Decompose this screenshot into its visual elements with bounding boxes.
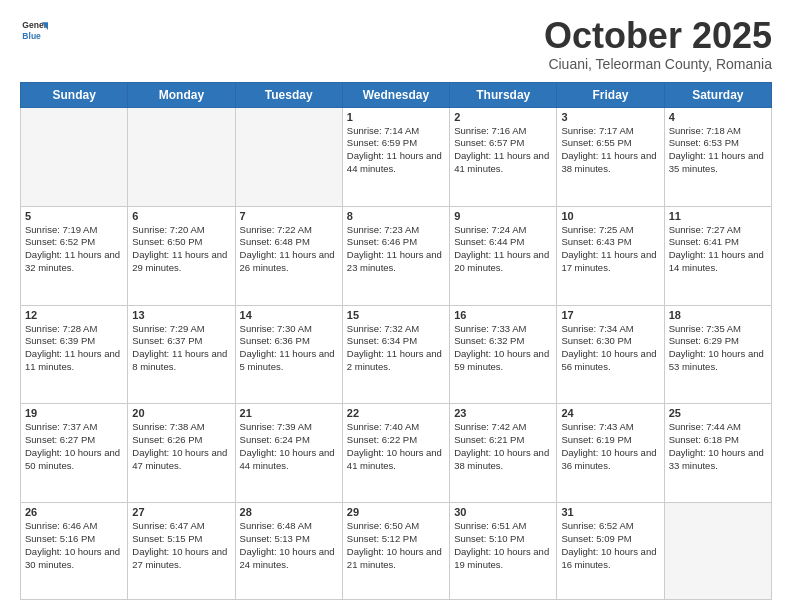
calendar-cell [128, 107, 235, 206]
day-number: 10 [561, 210, 659, 222]
day-header-sunday: Sunday [21, 82, 128, 107]
day-number: 16 [454, 309, 552, 321]
calendar-cell [235, 107, 342, 206]
day-number: 29 [347, 506, 445, 518]
calendar-cell: 17Sunrise: 7:34 AM Sunset: 6:30 PM Dayli… [557, 305, 664, 404]
day-number: 7 [240, 210, 338, 222]
day-number: 17 [561, 309, 659, 321]
calendar-cell [664, 503, 771, 600]
day-number: 11 [669, 210, 767, 222]
day-info: Sunrise: 7:43 AM Sunset: 6:19 PM Dayligh… [561, 421, 659, 472]
day-header-tuesday: Tuesday [235, 82, 342, 107]
day-header-friday: Friday [557, 82, 664, 107]
day-number: 27 [132, 506, 230, 518]
calendar-cell: 21Sunrise: 7:39 AM Sunset: 6:24 PM Dayli… [235, 404, 342, 503]
day-info: Sunrise: 7:18 AM Sunset: 6:53 PM Dayligh… [669, 125, 767, 176]
calendar-cell: 1Sunrise: 7:14 AM Sunset: 6:59 PM Daylig… [342, 107, 449, 206]
day-number: 30 [454, 506, 552, 518]
day-number: 26 [25, 506, 123, 518]
day-info: Sunrise: 6:48 AM Sunset: 5:13 PM Dayligh… [240, 520, 338, 571]
calendar-cell: 15Sunrise: 7:32 AM Sunset: 6:34 PM Dayli… [342, 305, 449, 404]
day-info: Sunrise: 7:35 AM Sunset: 6:29 PM Dayligh… [669, 323, 767, 374]
calendar-cell: 28Sunrise: 6:48 AM Sunset: 5:13 PM Dayli… [235, 503, 342, 600]
calendar-cell: 6Sunrise: 7:20 AM Sunset: 6:50 PM Daylig… [128, 206, 235, 305]
day-info: Sunrise: 6:47 AM Sunset: 5:15 PM Dayligh… [132, 520, 230, 571]
day-info: Sunrise: 7:20 AM Sunset: 6:50 PM Dayligh… [132, 224, 230, 275]
calendar: SundayMondayTuesdayWednesdayThursdayFrid… [20, 82, 772, 600]
calendar-cell: 13Sunrise: 7:29 AM Sunset: 6:37 PM Dayli… [128, 305, 235, 404]
calendar-cell: 16Sunrise: 7:33 AM Sunset: 6:32 PM Dayli… [450, 305, 557, 404]
calendar-cell: 8Sunrise: 7:23 AM Sunset: 6:46 PM Daylig… [342, 206, 449, 305]
day-number: 9 [454, 210, 552, 222]
day-info: Sunrise: 7:17 AM Sunset: 6:55 PM Dayligh… [561, 125, 659, 176]
title-section: October 2025 Ciuani, Teleorman County, R… [544, 16, 772, 72]
calendar-cell: 25Sunrise: 7:44 AM Sunset: 6:18 PM Dayli… [664, 404, 771, 503]
day-info: Sunrise: 6:52 AM Sunset: 5:09 PM Dayligh… [561, 520, 659, 571]
calendar-cell: 23Sunrise: 7:42 AM Sunset: 6:21 PM Dayli… [450, 404, 557, 503]
day-info: Sunrise: 7:39 AM Sunset: 6:24 PM Dayligh… [240, 421, 338, 472]
day-number: 18 [669, 309, 767, 321]
day-info: Sunrise: 6:50 AM Sunset: 5:12 PM Dayligh… [347, 520, 445, 571]
day-number: 19 [25, 407, 123, 419]
day-number: 2 [454, 111, 552, 123]
day-header-saturday: Saturday [664, 82, 771, 107]
calendar-cell: 10Sunrise: 7:25 AM Sunset: 6:43 PM Dayli… [557, 206, 664, 305]
calendar-cell: 22Sunrise: 7:40 AM Sunset: 6:22 PM Dayli… [342, 404, 449, 503]
day-info: Sunrise: 7:27 AM Sunset: 6:41 PM Dayligh… [669, 224, 767, 275]
day-info: Sunrise: 7:22 AM Sunset: 6:48 PM Dayligh… [240, 224, 338, 275]
day-info: Sunrise: 7:34 AM Sunset: 6:30 PM Dayligh… [561, 323, 659, 374]
day-info: Sunrise: 7:16 AM Sunset: 6:57 PM Dayligh… [454, 125, 552, 176]
day-number: 31 [561, 506, 659, 518]
calendar-cell: 7Sunrise: 7:22 AM Sunset: 6:48 PM Daylig… [235, 206, 342, 305]
calendar-cell: 24Sunrise: 7:43 AM Sunset: 6:19 PM Dayli… [557, 404, 664, 503]
day-number: 20 [132, 407, 230, 419]
day-info: Sunrise: 7:23 AM Sunset: 6:46 PM Dayligh… [347, 224, 445, 275]
day-number: 23 [454, 407, 552, 419]
day-number: 24 [561, 407, 659, 419]
calendar-cell: 5Sunrise: 7:19 AM Sunset: 6:52 PM Daylig… [21, 206, 128, 305]
day-number: 4 [669, 111, 767, 123]
day-number: 14 [240, 309, 338, 321]
day-info: Sunrise: 7:25 AM Sunset: 6:43 PM Dayligh… [561, 224, 659, 275]
calendar-cell: 4Sunrise: 7:18 AM Sunset: 6:53 PM Daylig… [664, 107, 771, 206]
calendar-cell: 27Sunrise: 6:47 AM Sunset: 5:15 PM Dayli… [128, 503, 235, 600]
calendar-cell: 26Sunrise: 6:46 AM Sunset: 5:16 PM Dayli… [21, 503, 128, 600]
day-number: 6 [132, 210, 230, 222]
day-number: 21 [240, 407, 338, 419]
calendar-cell: 20Sunrise: 7:38 AM Sunset: 6:26 PM Dayli… [128, 404, 235, 503]
day-info: Sunrise: 7:30 AM Sunset: 6:36 PM Dayligh… [240, 323, 338, 374]
day-info: Sunrise: 7:44 AM Sunset: 6:18 PM Dayligh… [669, 421, 767, 472]
calendar-cell [21, 107, 128, 206]
month-title: October 2025 [544, 16, 772, 56]
day-info: Sunrise: 6:51 AM Sunset: 5:10 PM Dayligh… [454, 520, 552, 571]
calendar-cell: 18Sunrise: 7:35 AM Sunset: 6:29 PM Dayli… [664, 305, 771, 404]
calendar-cell: 14Sunrise: 7:30 AM Sunset: 6:36 PM Dayli… [235, 305, 342, 404]
day-info: Sunrise: 7:14 AM Sunset: 6:59 PM Dayligh… [347, 125, 445, 176]
day-info: Sunrise: 7:29 AM Sunset: 6:37 PM Dayligh… [132, 323, 230, 374]
day-info: Sunrise: 7:33 AM Sunset: 6:32 PM Dayligh… [454, 323, 552, 374]
calendar-cell: 9Sunrise: 7:24 AM Sunset: 6:44 PM Daylig… [450, 206, 557, 305]
day-number: 28 [240, 506, 338, 518]
day-header-thursday: Thursday [450, 82, 557, 107]
calendar-cell: 3Sunrise: 7:17 AM Sunset: 6:55 PM Daylig… [557, 107, 664, 206]
day-number: 8 [347, 210, 445, 222]
day-info: Sunrise: 7:38 AM Sunset: 6:26 PM Dayligh… [132, 421, 230, 472]
day-number: 25 [669, 407, 767, 419]
day-info: Sunrise: 7:42 AM Sunset: 6:21 PM Dayligh… [454, 421, 552, 472]
day-info: Sunrise: 7:37 AM Sunset: 6:27 PM Dayligh… [25, 421, 123, 472]
svg-text:General: General [22, 20, 48, 30]
calendar-cell: 19Sunrise: 7:37 AM Sunset: 6:27 PM Dayli… [21, 404, 128, 503]
logo-icon: General Blue [20, 16, 48, 44]
day-header-wednesday: Wednesday [342, 82, 449, 107]
day-info: Sunrise: 7:40 AM Sunset: 6:22 PM Dayligh… [347, 421, 445, 472]
svg-text:Blue: Blue [22, 31, 41, 41]
calendar-cell: 30Sunrise: 6:51 AM Sunset: 5:10 PM Dayli… [450, 503, 557, 600]
day-number: 1 [347, 111, 445, 123]
calendar-cell: 31Sunrise: 6:52 AM Sunset: 5:09 PM Dayli… [557, 503, 664, 600]
day-info: Sunrise: 7:24 AM Sunset: 6:44 PM Dayligh… [454, 224, 552, 275]
day-number: 5 [25, 210, 123, 222]
logo: General Blue [20, 16, 52, 44]
calendar-cell: 11Sunrise: 7:27 AM Sunset: 6:41 PM Dayli… [664, 206, 771, 305]
day-info: Sunrise: 7:32 AM Sunset: 6:34 PM Dayligh… [347, 323, 445, 374]
day-info: Sunrise: 7:19 AM Sunset: 6:52 PM Dayligh… [25, 224, 123, 275]
